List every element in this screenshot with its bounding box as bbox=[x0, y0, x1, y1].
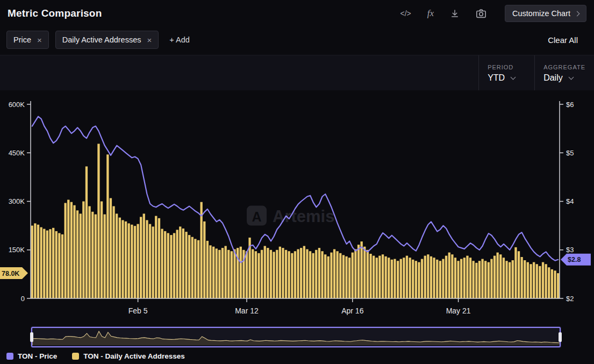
svg-text:Mar 12: Mar 12 bbox=[235, 306, 259, 315]
chevron-right-icon bbox=[575, 11, 580, 16]
combo-chart[interactable]: AArtemis0150K300K450K600K$2$3$4$5$6Feb 5… bbox=[0, 90, 594, 323]
chip-daa-label: Daily Active Addresses bbox=[62, 35, 141, 44]
daa-swatch bbox=[72, 353, 79, 360]
legend-daa-label: TON - Daily Active Addresses bbox=[83, 352, 185, 360]
svg-text:450K: 450K bbox=[9, 149, 25, 157]
customize-chart-button[interactable]: Customize Chart bbox=[505, 5, 586, 22]
chevron-down-icon bbox=[511, 74, 516, 80]
period-dropdown[interactable]: PERIOD YTD bbox=[478, 55, 534, 90]
price-swatch bbox=[6, 353, 13, 360]
legend-item-daa[interactable]: TON - Daily Active Addresses bbox=[72, 352, 185, 360]
chart-controls-row: PERIOD YTD AGGREGATE Daily bbox=[0, 55, 594, 90]
formula-icon[interactable]: fx bbox=[427, 8, 434, 19]
svg-text:$5: $5 bbox=[566, 149, 574, 157]
customize-chart-label: Customize Chart bbox=[512, 9, 570, 18]
clear-all-button[interactable]: Clear All bbox=[548, 35, 586, 45]
svg-text:A: A bbox=[252, 209, 261, 224]
period-value: YTD bbox=[488, 73, 505, 83]
svg-text:$2.8: $2.8 bbox=[568, 256, 581, 263]
chip-price-close-icon[interactable]: × bbox=[37, 36, 42, 44]
svg-text:Feb 5: Feb 5 bbox=[128, 306, 148, 315]
aggregate-dropdown[interactable]: AGGREGATE Daily bbox=[534, 55, 594, 90]
period-label: PERIOD bbox=[488, 64, 526, 70]
chip-price-label: Price bbox=[13, 35, 31, 44]
header-actions: </> fx Customize Chart bbox=[400, 5, 586, 22]
header: Metric Comparison </> fx Customize Chart bbox=[0, 0, 594, 25]
svg-text:$3: $3 bbox=[566, 246, 574, 254]
svg-text:0: 0 bbox=[21, 295, 25, 303]
range-brush[interactable] bbox=[31, 327, 561, 347]
legend-item-price[interactable]: TON - Price bbox=[6, 352, 57, 360]
download-icon[interactable] bbox=[450, 9, 460, 18]
legend: TON - Price TON - Daily Active Addresses bbox=[0, 347, 594, 360]
chip-daa-close-icon[interactable]: × bbox=[147, 36, 152, 44]
page-title: Metric Comparison bbox=[8, 8, 102, 19]
brush-handle-right[interactable] bbox=[559, 332, 562, 342]
svg-text:300K: 300K bbox=[9, 197, 25, 205]
svg-text:Apr 16: Apr 16 bbox=[341, 306, 363, 315]
svg-text:600K: 600K bbox=[9, 101, 25, 109]
legend-price-label: TON - Price bbox=[18, 352, 57, 360]
minimap-chart bbox=[32, 328, 560, 346]
chevron-down-icon bbox=[568, 74, 574, 80]
svg-text:$4: $4 bbox=[566, 197, 574, 205]
chip-daily-active-addresses[interactable]: Daily Active Addresses × bbox=[55, 31, 159, 49]
metric-chips-row: Price × Daily Active Addresses × + Add C… bbox=[0, 25, 594, 55]
add-metric-button[interactable]: + Add bbox=[169, 35, 190, 44]
svg-text:$2: $2 bbox=[566, 295, 574, 303]
svg-text:$6: $6 bbox=[566, 101, 574, 109]
chart-area[interactable]: AArtemis0150K300K450K600K$2$3$4$5$6Feb 5… bbox=[0, 90, 594, 323]
brush-handle-left[interactable] bbox=[30, 332, 33, 342]
aggregate-label: AGGREGATE bbox=[543, 64, 585, 70]
chip-price[interactable]: Price × bbox=[6, 31, 49, 49]
embed-code-icon[interactable]: </> bbox=[400, 9, 411, 18]
aggregate-value: Daily bbox=[543, 73, 563, 83]
svg-text:78.0K: 78.0K bbox=[2, 270, 19, 277]
screenshot-camera-icon[interactable] bbox=[476, 9, 486, 18]
svg-text:150K: 150K bbox=[9, 246, 25, 254]
svg-text:May 21: May 21 bbox=[446, 306, 471, 315]
